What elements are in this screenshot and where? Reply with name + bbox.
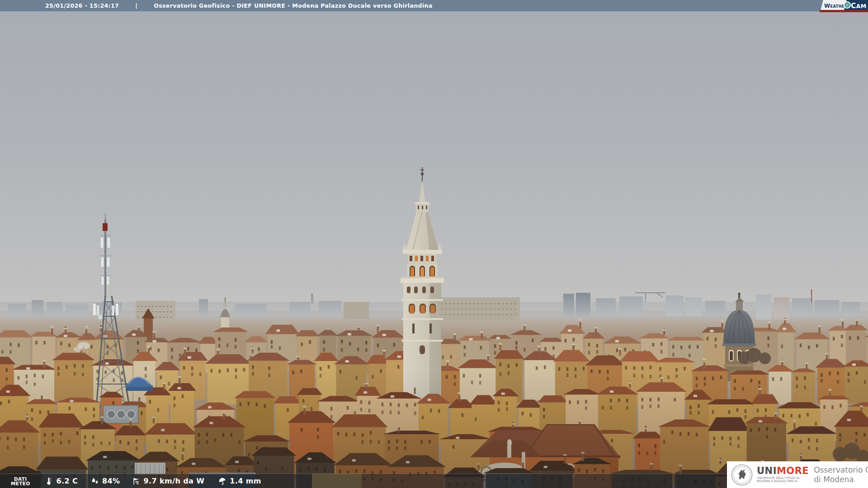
rain-group: 1.4 mm <box>218 477 261 486</box>
wind-value: 9.7 km/h da W <box>144 477 205 485</box>
temperature-group: 6.2 C <box>44 477 78 486</box>
title-separator: | <box>135 2 137 9</box>
humidity-icon <box>90 477 99 486</box>
webcam-photo <box>0 0 868 488</box>
rain-value: 1.4 mm <box>230 477 261 485</box>
webcam-page: 25/01/2026 - 15:24:17 | Osservatorio Geo… <box>0 0 868 488</box>
weathercam-cam-text: CAM <box>851 2 867 10</box>
unimore-subtitle: UNIVERSITÀ DEGLI STUDI DI MODENA E REGGI… <box>757 477 809 483</box>
wind-icon <box>132 477 141 486</box>
weather-data-label: DATI METEO <box>11 477 30 486</box>
humidity-value: 84% <box>102 477 120 485</box>
humidity-group: 84% <box>90 477 120 486</box>
camera-lens-icon <box>844 1 851 9</box>
camera-title: Osservatorio Geofisico - DIEF UNIMORE - … <box>154 2 433 9</box>
weathercam-red-band <box>820 10 868 12</box>
unimore-wordmark: UNIMORE UNIVERSITÀ DEGLI STUDI DI MODENA… <box>757 466 809 483</box>
weathercam-logo[interactable]: WEATHER CAM <box>818 0 868 13</box>
wind-group: 9.7 km/h da W <box>132 477 205 486</box>
title-bar: 25/01/2026 - 15:24:17 | Osservatorio Geo… <box>0 0 868 12</box>
observatory-name: Osservatorio Geofisico di Modena <box>814 465 868 484</box>
thermometer-icon <box>44 477 53 486</box>
unimore-logo-box[interactable]: UNIMORE UNIVERSITÀ DEGLI STUDI DI MODENA… <box>727 461 868 488</box>
temperature-value: 6.2 C <box>56 477 78 485</box>
unimore-seal-icon <box>731 464 753 486</box>
timestamp: 25/01/2026 - 15:24:17 <box>45 2 119 9</box>
rain-umbrella-icon <box>218 477 227 486</box>
